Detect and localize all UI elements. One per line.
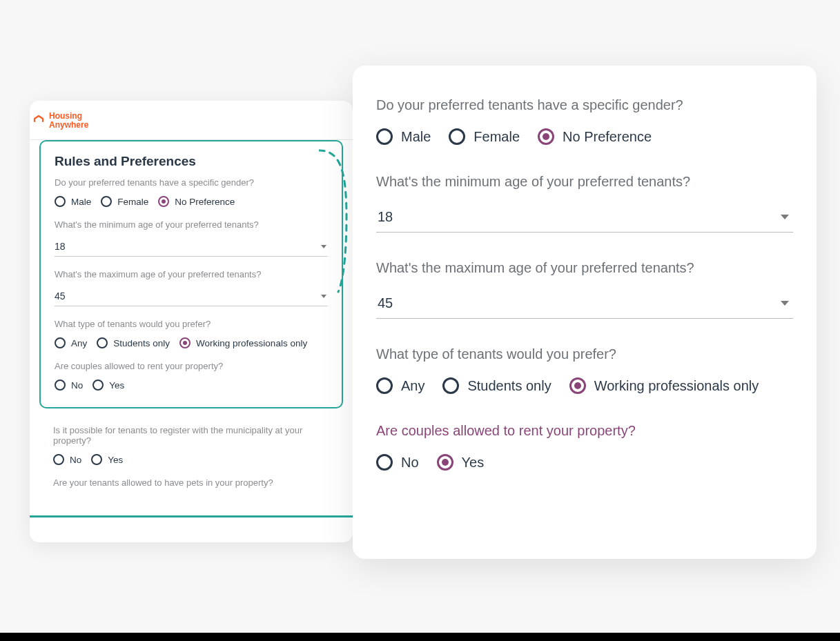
radio-professionals-small[interactable]: Working professionals only (179, 337, 307, 348)
q-minage-small: What's the minimum age of your preferred… (55, 219, 328, 230)
tenant-type-options-small: Any Students only Working professionals … (55, 337, 328, 348)
radio-icon (449, 128, 465, 145)
select-value: 45 (378, 295, 393, 311)
radio-label: Students only (113, 338, 170, 348)
radio-couples-no-small[interactable]: No (55, 379, 83, 391)
radio-label: Working professionals only (594, 378, 759, 394)
radio-label: Any (71, 338, 87, 348)
radio-label: Yes (108, 455, 123, 465)
q-maxage-large: What's the maximum age of your preferred… (376, 260, 793, 276)
q-couples-small: Are couples allowed to rent your propert… (55, 361, 328, 371)
section-title: Rules and Preferences (55, 154, 328, 169)
radio-icon (55, 337, 66, 348)
logo: Housing Anywhere (30, 105, 353, 137)
select-minage-large[interactable]: 18 (376, 205, 793, 233)
radio-label: No Preference (563, 129, 652, 145)
highlight-box: Rules and Preferences Do your preferred … (39, 140, 343, 408)
radio-any-small[interactable]: Any (55, 337, 87, 348)
couples-options-small: No Yes (55, 379, 328, 391)
chevron-down-icon (781, 301, 789, 306)
select-value: 18 (378, 209, 393, 225)
radio-icon (376, 377, 393, 394)
q-tenant-type-large: What type of tenants would you prefer? (376, 346, 793, 362)
detail-panel: Do your preferred tenants have a specifi… (353, 66, 817, 559)
radio-icon (55, 379, 66, 391)
radio-label: Female (117, 197, 148, 207)
radio-couples-yes-large[interactable]: Yes (437, 454, 485, 471)
municipality-options-small: No Yes (53, 454, 329, 465)
radio-female-small[interactable]: Female (101, 196, 148, 207)
radio-students-large[interactable]: Students only (442, 377, 551, 394)
radio-icon (55, 196, 66, 207)
radio-label: Students only (467, 378, 551, 394)
radio-label: No Preference (175, 197, 235, 207)
bottom-strip (0, 633, 840, 641)
radio-professionals-large[interactable]: Working professionals only (569, 377, 759, 394)
radio-students-small[interactable]: Students only (97, 337, 170, 348)
q-maxage-small: What's the maximum age of your preferred… (55, 269, 328, 279)
radio-icon-selected (569, 377, 586, 394)
radio-muni-yes-small[interactable]: Yes (91, 454, 123, 465)
tenant-type-options-large: Any Students only Working professionals … (376, 377, 793, 394)
couples-options-large: No Yes (376, 454, 793, 471)
gender-options-large: Male Female No Preference (376, 128, 793, 145)
gender-options-small: Male Female No Preference (55, 196, 328, 207)
logo-icon (32, 115, 45, 127)
below-highlight: Is it possible for tenants to register w… (30, 408, 353, 488)
radio-label: Yes (109, 380, 124, 391)
radio-label: Working professionals only (196, 338, 307, 348)
select-value: 45 (55, 290, 66, 302)
radio-icon (53, 454, 64, 465)
select-maxage-small[interactable]: 45 (55, 288, 328, 306)
radio-icon (101, 196, 112, 207)
radio-nopref-large[interactable]: No Preference (538, 128, 652, 145)
radio-male-large[interactable]: Male (376, 128, 431, 145)
chevron-down-icon (321, 245, 326, 248)
radio-female-large[interactable]: Female (449, 128, 520, 145)
radio-label: No (401, 455, 419, 471)
radio-label: Yes (462, 455, 485, 471)
select-value: 18 (55, 241, 66, 252)
radio-icon (376, 454, 393, 471)
radio-icon-selected (179, 337, 191, 348)
radio-couples-yes-small[interactable]: Yes (92, 379, 124, 391)
radio-icon-selected (538, 128, 554, 145)
radio-any-large[interactable]: Any (376, 377, 424, 394)
radio-label: Female (473, 129, 520, 145)
radio-muni-no-small[interactable]: No (53, 454, 81, 465)
q-gender-large: Do your preferred tenants have a specifi… (376, 97, 793, 113)
radio-icon (376, 128, 393, 145)
q-tenant-type-small: What type of tenants would you prefer? (55, 319, 328, 329)
chevron-down-icon (781, 215, 789, 219)
radio-icon (442, 377, 459, 394)
logo-text: Housing Anywhere (49, 112, 88, 130)
q-minage-large: What's the minimum age of your preferred… (376, 174, 793, 190)
radio-label: Male (71, 197, 91, 207)
q-municipality-small: Is it possible for tenants to register w… (53, 425, 329, 446)
select-maxage-large[interactable]: 45 (376, 291, 793, 319)
radio-couples-no-large[interactable]: No (376, 454, 419, 471)
radio-label: No (71, 380, 83, 391)
radio-icon (92, 379, 104, 391)
q-gender-small: Do your preferred tenants have a specifi… (55, 177, 328, 188)
chevron-down-icon (321, 295, 326, 298)
progress-bar (30, 515, 353, 517)
overview-panel: Housing Anywhere Rules and Preferences D… (30, 101, 353, 542)
radio-label: Male (401, 129, 431, 145)
radio-icon (91, 454, 102, 465)
radio-nopref-small[interactable]: No Preference (158, 196, 235, 207)
radio-label: No (70, 455, 81, 465)
logo-text-line2: Anywhere (49, 121, 88, 130)
radio-icon-selected (158, 196, 169, 207)
radio-label: Any (401, 378, 424, 394)
select-minage-small[interactable]: 18 (55, 238, 328, 257)
radio-icon (97, 337, 108, 348)
q-pets-small: Are your tenants allowed to have pets in… (53, 477, 329, 488)
q-couples-large: Are couples allowed to rent your propert… (376, 423, 793, 439)
radio-icon-selected (437, 454, 453, 471)
radio-male-small[interactable]: Male (55, 196, 91, 207)
